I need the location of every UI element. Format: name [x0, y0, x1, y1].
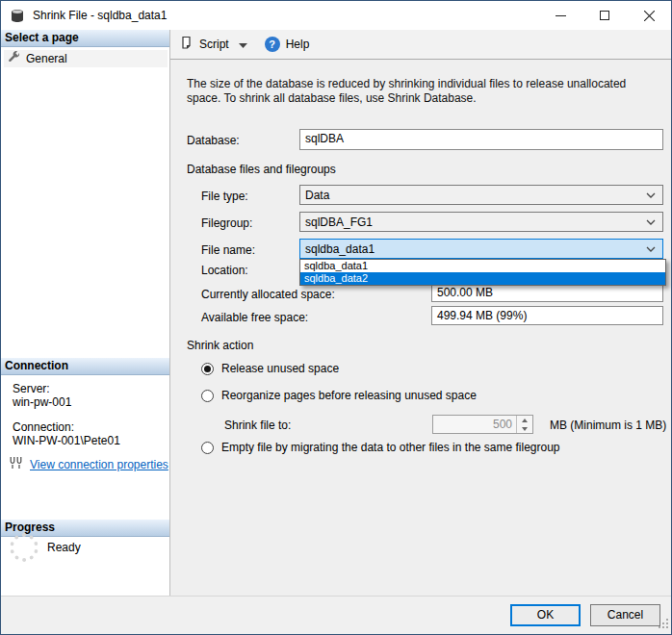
files-section-label: Database files and filegroups — [187, 163, 336, 176]
shrink-file-to-label: Shrink file to: — [224, 419, 291, 432]
script-dropdown-chevron-icon[interactable] — [239, 38, 247, 51]
chevron-down-icon — [646, 219, 656, 225]
chevron-down-icon — [646, 246, 656, 252]
view-connection-properties-link[interactable]: View connection properties — [30, 458, 168, 471]
file-name-label: File name: — [201, 243, 255, 257]
server-label: Server: — [13, 382, 50, 395]
toolbar: Script ? Help — [170, 30, 671, 60]
spin-up-icon[interactable] — [517, 416, 532, 424]
sidebar-item-general[interactable]: General — [4, 50, 168, 67]
allocated-space-label: Currently allocated space: — [201, 288, 335, 301]
file-type-label: File type: — [201, 190, 248, 203]
view-connection-properties-row: View connection properties — [9, 457, 168, 472]
file-name-combo[interactable]: sqldba_data1 — [299, 239, 663, 259]
free-space-field: 499.94 MB (99%) — [431, 306, 663, 325]
select-a-page-header: Select a page — [1, 30, 169, 47]
filegroup-label: Filegroup: — [201, 216, 252, 230]
dropdown-option[interactable]: sqldba_data1 — [300, 260, 665, 272]
radio-empty-file[interactable]: Empty file by migrating the data to othe… — [201, 441, 560, 454]
radio-button-icon — [201, 442, 214, 454]
location-label: Location: — [201, 264, 248, 277]
dropdown-option-selected[interactable]: sqldba_data2 — [300, 272, 665, 285]
file-name-value: sqldba_data1 — [305, 242, 375, 256]
minimize-button[interactable] — [538, 1, 582, 30]
allocated-space-field: 500.00 MB — [431, 283, 663, 302]
file-type-combo[interactable]: Data — [299, 185, 663, 205]
radio-label: Release unused space — [221, 362, 339, 375]
file-type-value: Data — [305, 189, 329, 202]
progress-spinner-icon — [10, 533, 39, 562]
shrink-action-label: Shrink action — [187, 339, 253, 352]
wrench-icon — [8, 51, 20, 66]
dialog-description: The size of the database is reduced by s… — [187, 77, 660, 106]
spinner-arrows — [516, 416, 532, 433]
radio-release-unused-space[interactable]: Release unused space — [201, 362, 339, 375]
spin-down-icon[interactable] — [517, 424, 532, 433]
dialog-body: Select a page General Connection Server:… — [1, 30, 671, 596]
maximize-button[interactable] — [582, 1, 627, 30]
cancel-button[interactable]: Cancel — [590, 604, 660, 626]
close-button[interactable] — [627, 1, 671, 30]
connection-properties-icon — [9, 457, 24, 472]
resize-grip[interactable] — [658, 618, 669, 632]
filegroup-combo[interactable]: sqlDBA_FG1 — [299, 212, 663, 232]
radio-button-icon — [201, 363, 214, 375]
help-button[interactable]: Help — [286, 38, 310, 51]
shrink-file-dialog: Shrink File - sqldba_data1 Select a page… — [0, 0, 672, 635]
database-field[interactable]: sqlDBA — [299, 129, 663, 150]
connection-label: Connection: — [13, 420, 74, 434]
progress-status: Ready — [47, 541, 81, 554]
ok-button[interactable]: OK — [510, 604, 581, 626]
radio-label: Empty file by migrating the data to othe… — [221, 441, 560, 454]
connection-value: WIN-PW-001\Pete01 — [13, 434, 120, 447]
script-icon — [180, 36, 194, 53]
free-space-label: Available free space: — [201, 311, 308, 324]
radio-button-icon — [201, 390, 214, 402]
chevron-down-icon — [646, 192, 656, 198]
general-page: The size of the database is reduced by s… — [170, 60, 671, 596]
shrink-file-to-spinner[interactable]: 500 — [432, 415, 533, 434]
sidebar-item-label: General — [26, 52, 67, 65]
connection-header: Connection — [1, 358, 169, 375]
help-icon: ? — [265, 37, 280, 52]
window-title: Shrink File - sqldba_data1 — [33, 9, 538, 22]
file-name-dropdown-list: sqldba_data1 sqldba_data2 — [299, 259, 666, 286]
title-bar: Shrink File - sqldba_data1 — [1, 1, 671, 30]
radio-label: Reorganize pages before releasing unused… — [221, 389, 477, 402]
script-button[interactable]: Script — [199, 38, 229, 51]
server-value: win-pw-001 — [13, 395, 71, 409]
shrink-file-to-suffix: MB (Minimum is 1 MB) — [550, 419, 666, 432]
main-content: Script ? Help The size of the database i… — [170, 30, 671, 596]
radio-reorganize-pages[interactable]: Reorganize pages before releasing unused… — [201, 389, 477, 402]
sidebar: Select a page General Connection Server:… — [1, 30, 170, 596]
database-icon — [10, 9, 25, 23]
dialog-footer: OK Cancel — [1, 596, 671, 634]
spinner-value: 500 — [433, 416, 516, 433]
filegroup-value: sqlDBA_FG1 — [305, 216, 373, 229]
database-label: Database: — [187, 134, 240, 147]
